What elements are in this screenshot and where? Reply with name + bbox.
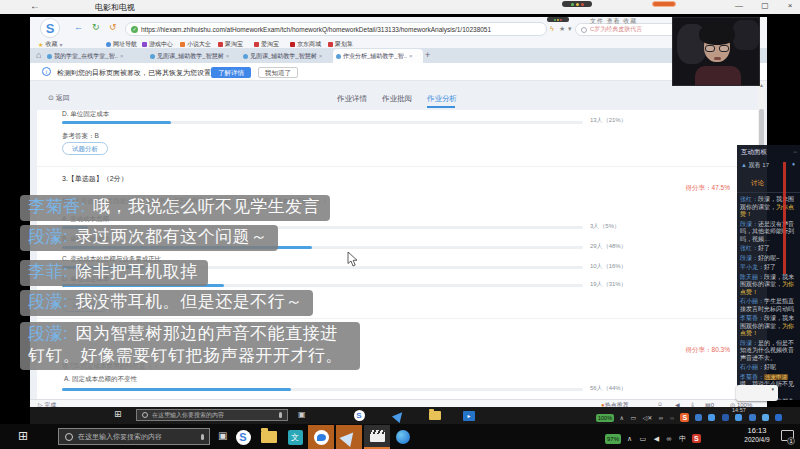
- restore-session-icon[interactable]: ↺: [109, 22, 117, 32]
- grid-tray-icon[interactable]: [775, 414, 782, 421]
- tab-discussion[interactable]: 讨论: [751, 179, 764, 188]
- task-view-icon[interactable]: ▣: [298, 410, 306, 419]
- settings-icon[interactable]: ☼: [669, 415, 675, 421]
- tab-close-icon[interactable]: ×: [409, 53, 413, 59]
- return-link[interactable]: ⊙ 返回: [48, 93, 70, 103]
- sogou-tray-icon[interactable]: S: [692, 434, 701, 443]
- file-explorer-icon[interactable]: [256, 425, 282, 449]
- panel-message: 张红：好了: [740, 245, 797, 253]
- battery-icon[interactable]: ▭: [630, 415, 636, 421]
- browser-menu[interactable]: 文件 查看 收藏: [590, 17, 637, 26]
- recording-indicator: [652, 1, 676, 7]
- url-dropdown-icon[interactable]: ▾: [568, 25, 572, 33]
- sogou-tray-icon[interactable]: S: [680, 413, 689, 422]
- taskbar-search-box[interactable]: 在这里输入你要搜索的内容: [136, 409, 288, 421]
- video-app-icon[interactable]: ▸: [462, 409, 476, 422]
- app-title: 电影和电视: [95, 2, 135, 13]
- notice-detail-button[interactable]: 了解详情: [211, 67, 251, 78]
- tab-homework-detail[interactable]: 作业详情: [337, 94, 367, 104]
- maximize-button[interactable]: ▢: [756, 1, 774, 10]
- notice-dismiss-button[interactable]: 我知道了: [258, 67, 298, 78]
- url-bar[interactable]: ✓ https://hiexam.zhihuishu.com/atHomewor…: [125, 22, 547, 36]
- sogou-browser-icon[interactable]: S: [352, 409, 366, 422]
- browser-tab[interactable]: 见面课_辅助教学_智慧树×: [240, 49, 332, 63]
- mic-tray-icon[interactable]: [735, 414, 742, 421]
- sogou-logo-icon[interactable]: S: [40, 18, 60, 38]
- tray-app-icon[interactable]: [722, 414, 729, 421]
- new-tab-icon[interactable]: +: [425, 50, 430, 60]
- tray-app-icon[interactable]: [708, 414, 715, 421]
- speaker-muted-icon[interactable]: ◁✕: [643, 415, 653, 421]
- tab-close-icon[interactable]: ×: [120, 53, 124, 59]
- browser-back-icon[interactable]: ←: [74, 22, 83, 32]
- start-button[interactable]: ⊞: [114, 409, 122, 419]
- tab-favicon: [243, 54, 248, 59]
- divider: [37, 318, 760, 319]
- star-icon: ★: [38, 41, 43, 48]
- ime-icon[interactable]: 中: [679, 435, 686, 442]
- viewer-count: ▲ 观看 17: [741, 161, 769, 170]
- minimize-button[interactable]: —: [730, 1, 748, 10]
- emoji-icon[interactable]: ☺: [657, 401, 663, 407]
- app-icon[interactable]: 文: [282, 425, 308, 449]
- panel-popup[interactable]: ▾: [736, 385, 778, 401]
- dot-icon: [557, 19, 559, 21]
- tab-homework-analysis[interactable]: 作业分析: [427, 94, 457, 104]
- taskbar-search-box[interactable]: 在这里输入你要搜索的内容: [58, 428, 210, 445]
- question-analysis-button[interactable]: 试题分析: [62, 142, 108, 155]
- mic-icon[interactable]: [201, 434, 204, 440]
- back-icon[interactable]: ←: [30, 0, 40, 11]
- start-button[interactable]: ⊞: [18, 429, 28, 443]
- question-title: 3.【单选题】（2分）: [62, 174, 128, 184]
- option-bar: [62, 121, 583, 124]
- system-tray[interactable]: 100% ∧ ▭ ◁✕ ∞ ☼ S: [596, 408, 783, 423]
- search-hotword[interactable]: C罗为经典皮肤代言: [590, 25, 642, 34]
- speed-mode-icon[interactable]: ϟ: [550, 25, 554, 32]
- system-tray[interactable]: 97% ∧ ▭ ◀ ∞ 中 S: [605, 429, 701, 445]
- dingtalk-icon[interactable]: [308, 425, 334, 449]
- network-icon[interactable]: ∞: [659, 415, 663, 421]
- chevron-up-icon[interactable]: ∧: [620, 415, 624, 421]
- panel-message: 段濛：是的，但是不知道为什么视频收音声音进不去。: [740, 340, 797, 363]
- tab-close-icon[interactable]: ×: [319, 53, 323, 59]
- sogou-browser-icon[interactable]: S: [230, 425, 256, 449]
- tray-app-icon[interactable]: [695, 414, 702, 421]
- movies-tv-icon[interactable]: [364, 425, 390, 449]
- chevron-up-icon[interactable]: ∧: [627, 435, 632, 442]
- clock[interactable]: 16:13 2020/4/9: [735, 426, 779, 443]
- app-icon[interactable]: [390, 425, 416, 449]
- sogou-input-icon[interactable]: [392, 409, 406, 422]
- panel-message: 李菊香：段濛，我来围观你的课堂，为你点赞！: [740, 315, 797, 338]
- mic-request-tag: 连麦申请: [764, 374, 788, 380]
- return-icon: ⊙: [48, 94, 54, 101]
- tab-close-icon[interactable]: ×: [226, 53, 230, 59]
- browser-tab[interactable]: 见面课_辅助教学_智慧树×: [147, 49, 239, 63]
- secure-shield-icon: ✓: [131, 26, 138, 33]
- file-explorer-icon[interactable]: [428, 409, 442, 422]
- home-icon[interactable]: ⌂: [36, 50, 41, 60]
- network-icon[interactable]: ∞: [666, 435, 671, 442]
- favorite-star-icon[interactable]: ★: [559, 25, 565, 33]
- sogou-input-icon[interactable]: [336, 425, 362, 449]
- option-stat: 19人（31%）: [590, 280, 627, 289]
- like-icon[interactable]: ♦: [792, 161, 795, 167]
- recorded-taskbar: ⊞ 在这里输入你要搜索的内容 ▣ S ▸ 100% ∧ ▭ ◁✕ ∞ ☼ S 1…: [30, 407, 800, 424]
- tab-homework-review[interactable]: 作业批阅: [382, 94, 412, 104]
- panel-message-list[interactable]: 张红：段濛，我来围观你的课堂，为你点赞！ 段濛：还是没有声音吗，其他老师能听到吗…: [740, 196, 797, 400]
- battery-icon[interactable]: ▭: [640, 435, 647, 442]
- panel-options-icon[interactable]: ▫▫: [793, 149, 797, 155]
- mic-icon[interactable]: [279, 412, 282, 418]
- close-button[interactable]: ×: [781, 1, 799, 10]
- speaker-icon[interactable]: ◀: [654, 435, 659, 442]
- mail-tray-icon[interactable]: [749, 414, 756, 421]
- url-text[interactable]: https://hiexam.zhihuishu.com/atHomeworkE…: [141, 26, 491, 33]
- score-rate: 得分率：47.5%: [590, 184, 730, 193]
- task-view-icon[interactable]: ▣: [218, 430, 227, 441]
- juhuasuan-icon: [328, 42, 333, 47]
- glasses-left-lens: [705, 45, 715, 52]
- refresh-icon[interactable]: ↻: [92, 22, 100, 32]
- browser-tab[interactable]: 我的学堂_在线学堂_智..×: [44, 49, 144, 63]
- search-icon: [142, 412, 148, 418]
- contact-tray-icon[interactable]: [762, 414, 769, 421]
- browser-tab-active[interactable]: 作业分析_辅助教学_智..×: [333, 49, 423, 63]
